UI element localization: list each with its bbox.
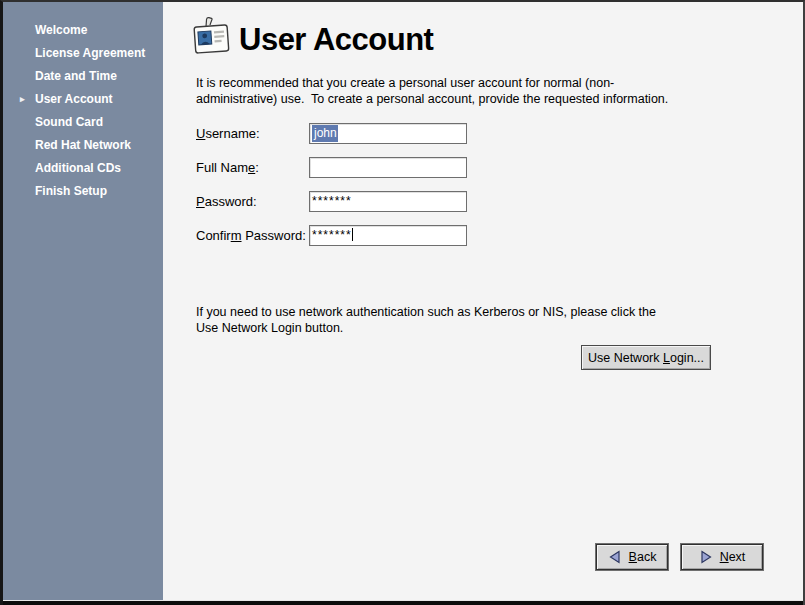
full-name-input[interactable] — [309, 157, 467, 178]
sidebar-item-label: Sound Card — [35, 115, 103, 129]
sidebar-item-user-account[interactable]: ▸ User Account — [3, 88, 163, 111]
sidebar-item-sound-card[interactable]: Sound Card — [3, 111, 163, 134]
password-input[interactable]: ******* — [309, 191, 467, 212]
text-caret — [352, 228, 353, 241]
sidebar-item-red-hat-network[interactable]: Red Hat Network — [3, 134, 163, 157]
sidebar-item-label: Welcome — [35, 23, 87, 37]
sidebar-item-welcome[interactable]: Welcome — [3, 19, 163, 42]
back-button[interactable]: Back — [596, 544, 668, 570]
selected-text: john — [312, 125, 338, 142]
network-auth-text: If you need to use network authenticatio… — [196, 304, 656, 336]
sidebar-item-label: Additional CDs — [35, 161, 121, 175]
confirm-password-input[interactable]: ******* — [309, 225, 467, 246]
sidebar-item-date-and-time[interactable]: Date and Time — [3, 65, 163, 88]
sidebar-item-license-agreement[interactable]: License Agreement — [3, 42, 163, 65]
setup-wizard-window: Welcome License Agreement Date and Time … — [0, 0, 805, 605]
next-label: Next — [720, 550, 746, 564]
sidebar-item-label: Red Hat Network — [35, 138, 131, 152]
confirm-password-label: Confirm Password: — [196, 228, 306, 243]
sidebar-item-label: License Agreement — [35, 46, 145, 60]
password-label: Password: — [196, 194, 257, 209]
intro-text: It is recommended that you create a pers… — [196, 75, 668, 107]
masked-password: ******* — [312, 194, 352, 208]
use-network-login-label: Use Network Login... — [588, 351, 704, 365]
intro-line-2: administrative) use. To create a persona… — [196, 92, 668, 106]
network-auth-line-1: If you need to use network authenticatio… — [196, 305, 656, 319]
sidebar-item-finish-setup[interactable]: Finish Setup — [3, 180, 163, 203]
sidebar-item-label: Finish Setup — [35, 184, 107, 198]
arrow-right-icon — [699, 550, 713, 564]
full-name-label: Full Name: — [196, 160, 259, 175]
next-button[interactable]: Next — [681, 544, 763, 570]
back-label: Back — [629, 550, 657, 564]
arrow-left-icon — [608, 550, 622, 564]
username-input[interactable]: john — [309, 123, 467, 144]
sidebar-item-label: User Account — [35, 92, 113, 106]
use-network-login-button[interactable]: Use Network Login... — [581, 345, 711, 370]
sidebar-item-label: Date and Time — [35, 69, 117, 83]
steps-sidebar: Welcome License Agreement Date and Time … — [3, 2, 163, 600]
sidebar-item-additional-cds[interactable]: Additional CDs — [3, 157, 163, 180]
content-pane: User Account It is recommended that you … — [163, 2, 803, 600]
network-auth-line-2: Use Network Login button. — [196, 321, 343, 335]
username-label: Username: — [196, 126, 260, 141]
page-title: User Account — [239, 22, 433, 58]
id-badge-icon — [191, 16, 231, 58]
window-bottom-edge — [3, 600, 803, 605]
intro-line-1: It is recommended that you create a pers… — [196, 76, 614, 90]
masked-password: ******* — [312, 228, 352, 242]
active-step-arrow-icon: ▸ — [20, 88, 25, 111]
